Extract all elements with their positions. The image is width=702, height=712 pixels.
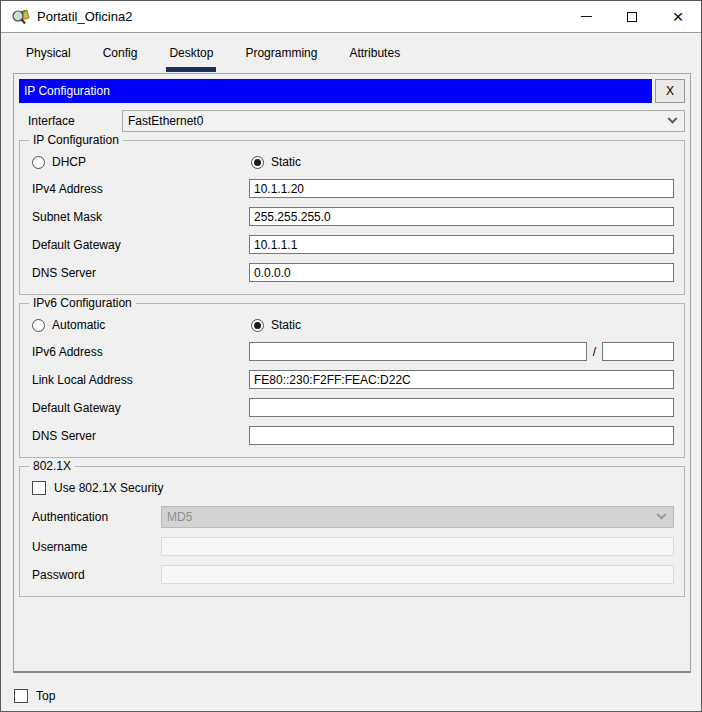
dhcp-option[interactable]: DHCP — [32, 155, 251, 169]
ipv6-dns-server-label: DNS Server — [32, 429, 249, 443]
close-icon: × — [672, 12, 683, 22]
dot1x-security-label: Use 802.1X Security — [54, 481, 163, 495]
ipv6-dns-server-input[interactable] — [249, 426, 674, 445]
top-label: Top — [36, 689, 55, 703]
interface-label: Interface — [19, 114, 122, 128]
tab-attributes[interactable]: Attributes — [346, 33, 403, 72]
maximize-button[interactable] — [609, 1, 655, 32]
subnet-mask-input[interactable] — [249, 207, 674, 226]
ipv6-mode-radio-row: Automatic Static — [32, 317, 674, 333]
authentication-label: Authentication — [32, 510, 161, 524]
authentication-select: MD5 — [161, 506, 674, 528]
username-label: Username — [32, 540, 161, 554]
tab-strip: Physical Config Desktop Programming Attr… — [1, 33, 701, 72]
tab-desktop[interactable]: Desktop — [166, 33, 216, 72]
packet-tracer-app-icon — [11, 8, 30, 25]
dot1x-group: 802.1X Use 802.1X Security Authenticatio… — [19, 466, 685, 597]
window-title: Portatil_Oficina2 — [37, 9, 132, 24]
ipv6-configuration-group-title: IPv6 Configuration — [29, 296, 136, 310]
dns-server-input[interactable] — [249, 263, 674, 282]
default-gateway-label: Default Gateway — [32, 238, 249, 252]
ipv4-address-label: IPv4 Address — [32, 182, 249, 196]
default-gateway-input[interactable] — [249, 235, 674, 254]
subnet-mask-label: Subnet Mask — [32, 210, 249, 224]
link-local-address-label: Link Local Address — [32, 373, 249, 387]
default-gateway-row: Default Gateway — [32, 235, 674, 254]
link-local-address-row: Link Local Address — [32, 370, 674, 389]
desktop-content-panel: IP Configuration X Interface FastEtherne… — [13, 73, 691, 673]
tab-physical[interactable]: Physical — [23, 33, 74, 72]
static-radio[interactable] — [251, 156, 264, 169]
password-label: Password — [32, 568, 161, 582]
minimize-icon — [581, 16, 592, 17]
ipv6-static-radio[interactable] — [251, 319, 264, 332]
device-window: Portatil_Oficina2 × Physical Config Desk… — [0, 0, 702, 712]
window-controls: × — [563, 1, 701, 32]
username-input — [161, 537, 674, 556]
ipv6-static-option[interactable]: Static — [251, 318, 470, 332]
tab-programming[interactable]: Programming — [242, 33, 320, 72]
dialog-title-bar: IP Configuration — [19, 79, 652, 103]
link-local-address-input[interactable] — [249, 370, 674, 389]
ipv6-default-gateway-input[interactable] — [249, 398, 674, 417]
ipv4-address-input[interactable] — [249, 179, 674, 198]
chevron-down-icon — [668, 113, 678, 123]
authentication-row: Authentication MD5 — [32, 506, 674, 528]
ipv6-prefix-input[interactable] — [602, 342, 674, 361]
ipv6-configuration-group: IPv6 Configuration Automatic Static IPv6… — [19, 303, 685, 458]
dhcp-label: DHCP — [52, 155, 86, 169]
ipv6-address-row: IPv6 Address / — [32, 342, 674, 361]
username-row: Username — [32, 537, 674, 556]
ipv6-default-gateway-row: Default Gateway — [32, 398, 674, 417]
static-option[interactable]: Static — [251, 155, 470, 169]
dot1x-security-checkbox[interactable] — [32, 481, 46, 495]
minimize-button[interactable] — [563, 1, 609, 32]
dialog-title: IP Configuration — [24, 84, 110, 98]
ipv4-address-row: IPv4 Address — [32, 179, 674, 198]
ip-configuration-group-title: IP Configuration — [29, 133, 123, 147]
close-button[interactable]: × — [655, 1, 701, 32]
tab-config[interactable]: Config — [100, 33, 141, 72]
interface-selected-value: FastEthernet0 — [128, 114, 203, 128]
footer: Top — [14, 689, 55, 703]
ipv6-default-gateway-label: Default Gateway — [32, 401, 249, 415]
subnet-mask-row: Subnet Mask — [32, 207, 674, 226]
ipv6-automatic-radio[interactable] — [32, 319, 45, 332]
ipv6-prefix-separator: / — [593, 345, 596, 359]
password-row: Password — [32, 565, 674, 584]
title-bar: Portatil_Oficina2 × — [1, 1, 701, 33]
dns-server-label: DNS Server — [32, 266, 249, 280]
ipv6-automatic-label: Automatic — [52, 318, 105, 332]
top-checkbox[interactable] — [14, 689, 28, 703]
chevron-down-icon — [657, 509, 667, 519]
ip-configuration-header: IP Configuration X — [19, 79, 685, 103]
dns-server-row: DNS Server — [32, 263, 674, 282]
interface-select[interactable]: FastEthernet0 — [122, 110, 685, 132]
ipv6-automatic-option[interactable]: Automatic — [32, 318, 251, 332]
ipv6-static-label: Static — [271, 318, 301, 332]
authentication-selected-value: MD5 — [167, 510, 192, 524]
dot1x-security-option[interactable]: Use 802.1X Security — [32, 480, 674, 496]
ip-configuration-group: IP Configuration DHCP Static IPv4 Addres… — [19, 140, 685, 295]
dot1x-group-title: 802.1X — [29, 459, 75, 473]
ipv6-address-input[interactable] — [249, 342, 587, 361]
interface-row: Interface FastEthernet0 — [19, 110, 685, 132]
dialog-close-button[interactable]: X — [655, 79, 685, 103]
password-input — [161, 565, 674, 584]
static-label: Static — [271, 155, 301, 169]
maximize-icon — [627, 12, 637, 22]
ipv6-dns-server-row: DNS Server — [32, 426, 674, 445]
ipv6-address-label: IPv6 Address — [32, 345, 249, 359]
dhcp-radio[interactable] — [32, 156, 45, 169]
ipv4-mode-radio-row: DHCP Static — [32, 154, 674, 170]
